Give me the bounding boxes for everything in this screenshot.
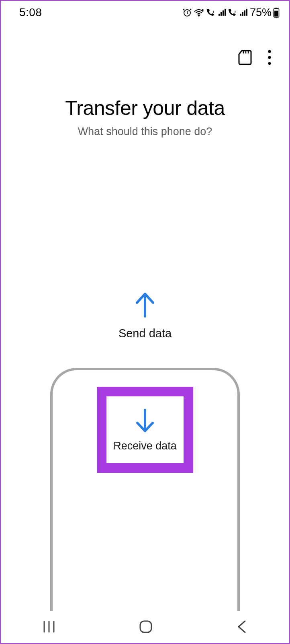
send-data-option[interactable]: Send data bbox=[1, 291, 289, 340]
nav-back-button[interactable] bbox=[223, 615, 260, 639]
sd-card-icon bbox=[238, 61, 252, 67]
svg-rect-5 bbox=[275, 8, 277, 9]
svg-rect-13 bbox=[140, 621, 151, 632]
arrow-down-icon bbox=[133, 408, 157, 435]
send-data-label: Send data bbox=[1, 327, 289, 340]
svg-point-1 bbox=[198, 15, 200, 16]
wifi-icon bbox=[194, 8, 204, 17]
call-sim1-icon: 1 bbox=[206, 8, 216, 17]
status-time: 5:08 bbox=[19, 6, 42, 19]
svg-point-7 bbox=[268, 50, 271, 53]
status-bar: 5:08 1 2 bbox=[1, 1, 289, 21]
receive-data-option[interactable]: Receive data bbox=[106, 396, 184, 463]
app-bar bbox=[1, 21, 289, 73]
signal2-icon bbox=[239, 8, 247, 16]
alarm-icon bbox=[182, 8, 192, 17]
home-icon bbox=[139, 629, 153, 635]
sd-card-button[interactable] bbox=[238, 49, 252, 67]
call-sim2-icon: 2 bbox=[227, 8, 238, 17]
more-button[interactable] bbox=[268, 50, 272, 66]
svg-point-9 bbox=[268, 62, 271, 65]
arrow-up-icon bbox=[133, 313, 157, 320]
svg-point-8 bbox=[268, 56, 271, 59]
receive-highlight: Receive data bbox=[97, 387, 193, 473]
back-icon bbox=[235, 629, 248, 635]
battery-icon bbox=[273, 7, 280, 18]
headings: Transfer your data What should this phon… bbox=[1, 96, 289, 138]
page-subtitle: What should this phone do? bbox=[1, 125, 289, 138]
svg-text:2: 2 bbox=[234, 10, 236, 14]
recents-icon bbox=[42, 629, 56, 635]
more-vertical-icon bbox=[268, 60, 272, 66]
signal1-icon bbox=[218, 8, 226, 16]
page-title: Transfer your data bbox=[1, 96, 289, 120]
navigation-bar bbox=[1, 611, 289, 643]
nav-home-button[interactable] bbox=[127, 615, 165, 639]
status-indicators: 1 2 75% bbox=[182, 6, 280, 19]
svg-rect-6 bbox=[274, 11, 278, 17]
battery-percent: 75% bbox=[250, 6, 272, 19]
svg-text:1: 1 bbox=[212, 10, 214, 14]
receive-data-label: Receive data bbox=[113, 440, 177, 452]
nav-recents-button[interactable] bbox=[30, 615, 68, 639]
